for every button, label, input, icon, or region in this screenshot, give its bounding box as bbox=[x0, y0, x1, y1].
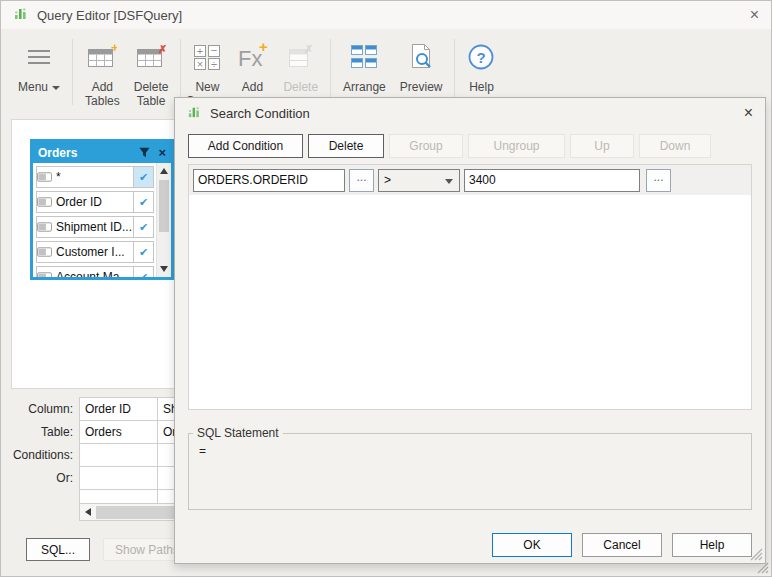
titlebar: Query Editor [DSFQuery] × bbox=[1, 1, 771, 29]
help-icon: ? bbox=[467, 43, 495, 71]
svg-text:✗: ✗ bbox=[304, 43, 313, 55]
field-checkbox[interactable]: ✔ bbox=[133, 217, 153, 237]
delete-table-label: DeleteTable bbox=[134, 80, 169, 108]
orders-close-icon[interactable]: × bbox=[158, 145, 166, 160]
ungroup-button: Ungroup bbox=[468, 134, 565, 158]
qbe-label-table: Table: bbox=[1, 421, 77, 444]
help-dialog-button[interactable]: Help bbox=[672, 533, 752, 557]
delete-formula-label: Delete bbox=[283, 80, 318, 94]
help-label: Help bbox=[469, 80, 494, 94]
qbe-cell-extra-1[interactable] bbox=[80, 490, 158, 504]
orders-table-header[interactable]: Orders × bbox=[33, 142, 171, 163]
orders-table-window[interactable]: Orders × * ✔ Order ID ✔ bbox=[30, 139, 174, 280]
orders-vertical-scrollbar[interactable] bbox=[156, 163, 171, 277]
qbe-cell-conditions-1[interactable] bbox=[80, 444, 158, 467]
qbe-cell-column-1[interactable]: Order ID bbox=[80, 398, 158, 421]
operator-dropdown[interactable]: > bbox=[378, 169, 460, 192]
svg-text:+: + bbox=[259, 42, 268, 55]
arrange-icon bbox=[350, 44, 378, 70]
qbe-row-labels: Column: Table: Conditions: Or: bbox=[1, 398, 77, 490]
svg-text:−: − bbox=[211, 44, 217, 56]
field-row-star[interactable]: * ✔ bbox=[36, 166, 154, 188]
query-editor-window: Query Editor [DSFQuery] × Menu + AddTabl… bbox=[0, 0, 772, 577]
qbe-cell-table-1[interactable]: Orders bbox=[80, 421, 158, 444]
sql-statement-group: SQL Statement = bbox=[188, 426, 752, 510]
fx-add-icon: Fx + bbox=[235, 42, 269, 72]
scroll-up-icon[interactable] bbox=[160, 168, 168, 174]
add-table-icon: + bbox=[87, 43, 117, 71]
field-checkbox[interactable]: ✔ bbox=[133, 267, 153, 277]
sql-statement-legend: SQL Statement bbox=[193, 426, 283, 440]
orders-field-list: * ✔ Order ID ✔ Shipment ID... ✔ bbox=[33, 163, 156, 277]
toolbar-separator bbox=[454, 39, 455, 105]
svg-text:÷: ÷ bbox=[211, 58, 217, 70]
svg-text:+: + bbox=[197, 45, 203, 57]
app-logo-icon bbox=[13, 5, 29, 25]
dialog-titlebar: Search Condition × bbox=[175, 98, 765, 128]
qbe-label-column: Column: bbox=[1, 398, 77, 421]
dialog-footer: OK Cancel Help bbox=[492, 533, 752, 557]
field-checkbox[interactable]: ✔ bbox=[133, 242, 153, 262]
svg-text:+: + bbox=[111, 43, 117, 55]
dialog-title: Search Condition bbox=[210, 106, 310, 121]
help-button[interactable]: ? Help bbox=[460, 39, 502, 94]
field-checkbox[interactable]: ✔ bbox=[133, 167, 153, 187]
orders-table-title: Orders bbox=[38, 146, 77, 160]
field-icon bbox=[37, 222, 52, 232]
qbe-label-conditions: Conditions: bbox=[1, 444, 77, 467]
field-row-account-manager[interactable]: Account Ma... ✔ bbox=[36, 266, 154, 277]
field-row-customer-id[interactable]: Customer I... ✔ bbox=[36, 241, 154, 263]
field-checkbox[interactable]: ✔ bbox=[133, 192, 153, 212]
field-picker-button[interactable]: ... bbox=[349, 169, 374, 192]
delete-formula-button: ✗ Delete bbox=[276, 39, 325, 94]
field-icon bbox=[37, 172, 52, 182]
toolbar-separator bbox=[72, 39, 73, 105]
arrange-button[interactable]: Arrange bbox=[336, 39, 393, 94]
dialog-resize-grip[interactable] bbox=[750, 548, 763, 561]
down-button: Down bbox=[639, 134, 711, 158]
menu-button[interactable]: Menu bbox=[11, 39, 67, 94]
ok-button[interactable]: OK bbox=[492, 533, 572, 557]
group-button: Group bbox=[389, 134, 463, 158]
add-formula-button[interactable]: Fx + Add bbox=[228, 39, 276, 94]
up-button: Up bbox=[570, 134, 634, 158]
add-condition-button[interactable]: Add Condition bbox=[188, 134, 303, 158]
add-tables-label: AddTables bbox=[85, 80, 120, 108]
qbe-cell-or-1[interactable] bbox=[80, 467, 158, 490]
menu-caret-icon bbox=[52, 86, 60, 90]
scroll-left-icon[interactable] bbox=[85, 508, 91, 516]
preview-label: Preview bbox=[400, 80, 443, 94]
condition-field-input[interactable] bbox=[193, 169, 345, 192]
window-close-icon[interactable]: × bbox=[750, 7, 759, 23]
field-row-shipment-id[interactable]: Shipment ID... ✔ bbox=[36, 216, 154, 238]
qbe-label-or: Or: bbox=[1, 467, 77, 490]
delete-table-icon: ✗ bbox=[136, 43, 166, 71]
delete-condition-button[interactable]: Delete bbox=[308, 134, 384, 158]
delete-table-button[interactable]: ✗ DeleteTable bbox=[127, 39, 176, 108]
svg-text:✗: ✗ bbox=[158, 43, 166, 55]
field-icon bbox=[37, 247, 52, 257]
condition-value-input[interactable] bbox=[464, 169, 640, 192]
window-title: Query Editor [DSFQuery] bbox=[37, 8, 182, 23]
field-row-order-id[interactable]: Order ID ✔ bbox=[36, 191, 154, 213]
dialog-button-row: Add Condition Delete Group Ungroup Up Do… bbox=[175, 128, 765, 158]
filter-icon[interactable] bbox=[138, 146, 151, 159]
sql-button[interactable]: SQL... bbox=[26, 538, 90, 561]
condition-row[interactable]: ... > ... bbox=[189, 165, 751, 195]
preview-button[interactable]: Preview bbox=[393, 39, 450, 94]
operator-value: > bbox=[384, 173, 391, 187]
dropdown-arrow-icon bbox=[445, 179, 453, 184]
hamburger-icon bbox=[28, 46, 50, 68]
value-picker-button[interactable]: ... bbox=[646, 169, 671, 192]
conditions-list: ... > ... bbox=[188, 164, 752, 410]
field-icon bbox=[37, 272, 52, 277]
svg-text:?: ? bbox=[477, 49, 486, 66]
add-tables-button[interactable]: + AddTables bbox=[78, 39, 127, 108]
add-formula-label: Add bbox=[242, 80, 263, 94]
search-condition-dialog: Search Condition × Add Condition Delete … bbox=[174, 97, 766, 564]
scroll-thumb[interactable] bbox=[159, 180, 169, 232]
cancel-button[interactable]: Cancel bbox=[582, 533, 662, 557]
scroll-down-icon[interactable] bbox=[160, 266, 168, 272]
delete-formula-icon: ✗ bbox=[286, 43, 316, 71]
dialog-close-icon[interactable]: × bbox=[744, 105, 753, 121]
